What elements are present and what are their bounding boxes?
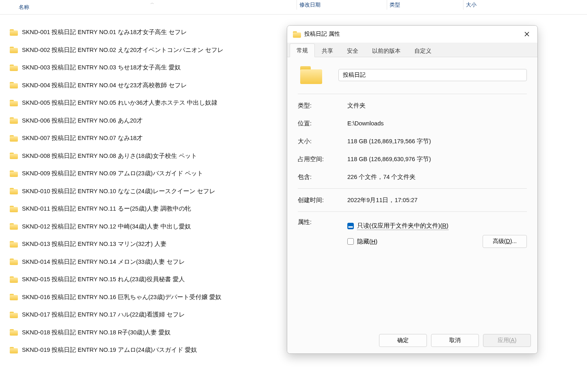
divider [298,188,527,189]
property-label: 占用空间: [298,155,347,163]
file-name: SKND-010 投稿日記 ENTRY NO.10 ななこ(24歳)レースクイー… [22,187,215,195]
column-divider [297,0,297,10]
file-name: SKND-001 投稿日記 ENTRY NO.01 なみ18才女子高生 セフレ [22,28,187,36]
column-header-size[interactable]: 大小 [461,0,478,10]
property-row-attributes: 属性: ▬ 只读(仅应用于文件夹中的文件)(R) 隐藏(H) 高级(D)... [298,214,527,249]
file-name: SKND-003 投稿日記 ENTRY NO.03 ちせ18才女子高生 愛奴 [22,64,181,71]
property-label: 类型: [298,102,347,110]
folder-icon [10,47,18,53]
folder-icon [10,135,18,142]
dialog-tabs: 常规 共享 安全 以前的版本 自定义 [287,43,537,57]
folder-icon [10,100,18,106]
folder-icon [10,206,18,212]
property-value: 118 GB (126,869,179,566 字节) [347,138,527,145]
column-label: 类型 [390,1,400,9]
property-value: E:\Downloads [347,120,527,127]
property-label: 属性: [298,218,347,226]
folder-icon [10,188,18,194]
column-header-date[interactable]: 修改日期 [295,0,322,10]
divider [298,94,527,94]
property-row-contains: 包含: 226 个文件，74 个文件夹 [298,168,527,186]
tab-security[interactable]: 安全 [340,44,365,57]
dialog-title: 投稿日記 属性 [304,30,514,38]
file-name: SKND-004 投稿日記 ENTRY NO.04 せな23才高校教師 セフレ [22,82,187,89]
folder-icon [10,117,18,124]
folder-name-row [298,64,527,91]
cancel-button[interactable]: 取消 [431,334,479,347]
checkbox-empty-icon [347,238,354,245]
folder-icon [10,312,18,318]
file-name: SKND-017 投稿日記 ENTRY NO.17 ハル(22歳)看護婦 セフレ [22,311,185,319]
column-divider [463,0,464,10]
property-row-size: 大小: 118 GB (126,869,179,566 字节) [298,132,527,150]
file-name: SKND-012 投稿日記 ENTRY NO.12 中崎(34歳)人妻 中出し愛… [22,223,191,230]
folder-icon [10,258,18,265]
file-name: SKND-006 投稿日記 ENTRY NO.06 あん20才 [22,117,143,125]
property-row-type: 类型: 文件夹 [298,97,527,114]
properties-dialog: 投稿日記 属性 常规 共享 安全 以前的版本 自定义 类型: 文件夹 位置: E… [287,25,538,354]
property-row-created: 创建时间: 2022年9月11日，17:05:27 [298,191,527,209]
folder-icon [293,31,300,37]
file-name: SKND-009 投稿日記 ENTRY NO.09 アムロ(23歳)バスガイド … [22,170,203,177]
property-value: 文件夹 [347,102,527,110]
file-name: SKND-015 投稿日記 ENTRY NO.15 れん(23歳)役員秘書 愛人 [22,276,185,283]
column-label: 大小 [466,1,477,9]
advanced-button[interactable]: 高级(D)... [483,235,527,248]
folder-icon [10,276,18,283]
column-label: 名称 [19,4,29,11]
property-row-size-on-disk: 占用空间: 118 GB (126,869,630,976 字节) [298,150,527,168]
file-name: SKND-011 投稿日記 ENTRY NO.11 るー(25歳)人妻 調教中の… [22,205,191,213]
property-label: 大小: [298,138,347,145]
property-row-location: 位置: E:\Downloads [298,114,527,132]
column-label: 修改日期 [299,1,321,9]
dialog-footer: 确定 取消 应用(A) [287,329,537,353]
attributes-group: ▬ 只读(仅应用于文件夹中的文件)(R) 隐藏(H) 高级(D)... [347,218,527,249]
column-header-name[interactable]: 名称 [19,0,291,14]
file-name: SKND-005 投稿日記 ENTRY NO.05 れいか36才人妻ホステス 中… [22,99,217,107]
folder-icon [10,347,18,353]
folder-icon [10,223,18,230]
sort-indicator-up-icon: ︿ [150,0,154,6]
property-label: 创建时间: [298,196,347,204]
dialog-body: 类型: 文件夹 位置: E:\Downloads 大小: 118 GB (126… [287,57,537,329]
file-name: SKND-002 投稿日記 ENTRY NO.02 えな20才イベントコンパニオ… [22,46,223,54]
file-name: SKND-018 投稿日記 ENTRY NO.18 R子(30歳)人妻 愛奴 [22,329,171,336]
close-button[interactable] [518,26,536,43]
attribute-label: 只读(仅应用于文件夹中的文件)(R) [357,222,448,230]
file-name: SKND-008 投稿日記 ENTRY NO.08 ありさ(18歳)女子校生 ペ… [22,152,197,160]
column-headers: ︿ 名称 修改日期 类型 大小 [0,0,587,15]
folder-icon [10,153,18,159]
folder-icon [10,241,18,248]
property-label: 位置: [298,120,347,127]
attribute-readonly[interactable]: ▬ 只读(仅应用于文件夹中的文件)(R) [347,218,527,234]
folder-icon [10,82,18,88]
ok-button[interactable]: 确定 [379,334,427,347]
tab-custom[interactable]: 自定义 [407,44,438,57]
file-name: SKND-019 投稿日記 ENTRY NO.19 アムロ(24歳)バスガイド … [22,346,197,354]
folder-icon [10,170,18,177]
column-divider [387,0,387,10]
dialog-titlebar[interactable]: 投稿日記 属性 [287,26,537,43]
property-value: 226 个文件，74 个文件夹 [347,173,527,181]
tab-previous-versions[interactable]: 以前的版本 [365,44,407,57]
tab-general[interactable]: 常规 [290,43,315,57]
folder-icon [10,65,18,71]
file-name: SKND-013 投稿日記 ENTRY NO.13 マリン(32才) 人妻 [22,240,167,248]
property-value: 2022年9月11日，17:05:27 [347,196,527,204]
checkbox-indeterminate-icon: ▬ [347,223,354,229]
divider [298,211,527,212]
attribute-label: 隐藏(H) [357,238,377,246]
close-icon [524,32,529,37]
attribute-hidden[interactable]: 隐藏(H) 高级(D)... [347,234,527,249]
file-name: SKND-014 投稿日記 ENTRY NO.14 メロン(33歳)人妻 セフレ [22,258,185,266]
property-label: 包含: [298,173,347,181]
column-header-type[interactable]: 类型 [385,0,402,10]
folder-icon [10,329,18,336]
tab-share[interactable]: 共享 [315,44,340,57]
apply-button[interactable]: 应用(A) [483,334,531,347]
folder-big-icon [300,66,322,84]
folder-icon [10,294,18,300]
file-name: SKND-007 投稿日記 ENTRY NO.07 なみ18才 [22,134,143,142]
folder-name-input[interactable] [338,69,527,81]
property-value: 118 GB (126,869,630,976 字节) [347,155,527,163]
